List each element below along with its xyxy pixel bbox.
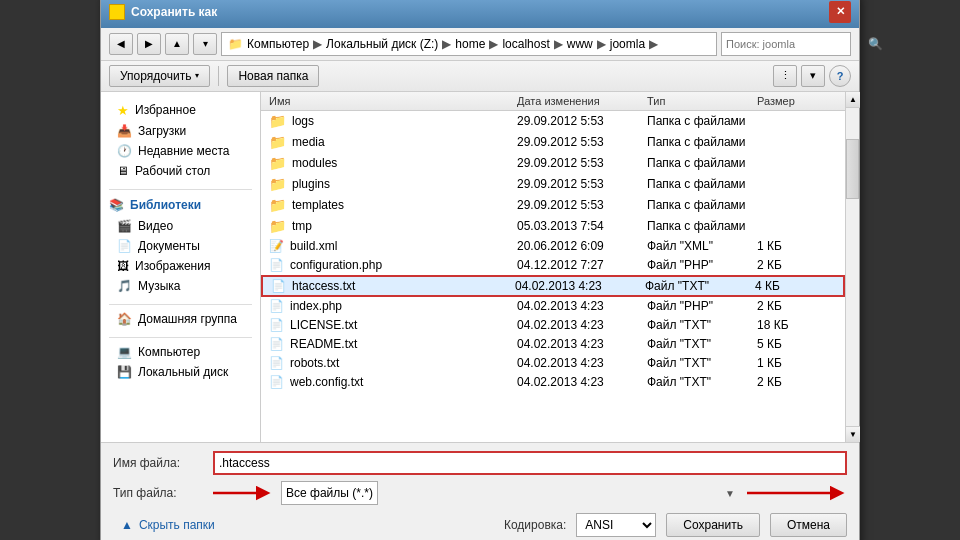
vertical-scrollbar[interactable]: ▲ ▼ xyxy=(845,92,859,442)
file-date: 04.02.2013 4:23 xyxy=(517,337,647,351)
file-type: Папка с файлами xyxy=(647,156,757,170)
sidebar-item-favorites[interactable]: ★ Избранное xyxy=(101,100,260,121)
file-name: logs xyxy=(292,114,314,128)
table-row[interactable]: 📄 LICENSE.txt 04.02.2013 4:23 Файл "TXT"… xyxy=(261,316,845,335)
organize-button[interactable]: Упорядочить ▾ xyxy=(109,65,210,87)
cancel-button[interactable]: Отмена xyxy=(770,513,847,537)
file-name: tmp xyxy=(292,219,312,233)
sidebar: ★ Избранное 📥 Загрузки 🕐 Недавние места … xyxy=(101,92,261,442)
save-button[interactable]: Сохранить xyxy=(666,513,760,537)
search-input[interactable] xyxy=(726,38,864,50)
file-date: 29.09.2012 5:53 xyxy=(517,177,647,191)
encoding-select[interactable]: ANSI UTF-8 UTF-16 xyxy=(576,513,656,537)
music-icon: 🎵 xyxy=(117,279,132,293)
breadcrumb-part-0: Компьютер xyxy=(247,37,309,51)
table-row[interactable]: 📁 templates 29.09.2012 5:53 Папка с файл… xyxy=(261,195,845,216)
filetype-label: Тип файла: xyxy=(113,486,213,500)
file-type: Файл "PHP" xyxy=(647,299,757,313)
sidebar-item-computer-label: Компьютер xyxy=(138,345,200,359)
table-row[interactable]: 📄 web.config.txt 04.02.2013 4:23 Файл "T… xyxy=(261,373,845,392)
table-row[interactable]: 📁 modules 29.09.2012 5:53 Папка с файлам… xyxy=(261,153,845,174)
file-date: 29.09.2012 5:53 xyxy=(517,198,647,212)
toolbar: Упорядочить ▾ Новая папка ⋮ ▾ ? xyxy=(101,61,859,92)
breadcrumb-part-2: home xyxy=(455,37,485,51)
desktop-icon: 🖥 xyxy=(117,164,129,178)
file-name-cell: 📁 logs xyxy=(269,113,517,129)
filetype-select[interactable]: Все файлы (*.*) xyxy=(281,481,378,505)
sidebar-item-video[interactable]: 🎬 Видео xyxy=(101,216,260,236)
table-row[interactable]: 📝 build.xml 20.06.2012 6:09 Файл "XML" 1… xyxy=(261,237,845,256)
up-button[interactable]: ▲ xyxy=(165,33,189,55)
breadcrumb[interactable]: 📁 Компьютер ▶ Локальный диск (Z:) ▶ home… xyxy=(221,32,717,56)
video-icon: 🎬 xyxy=(117,219,132,233)
sidebar-item-localdisk[interactable]: 💾 Локальный диск xyxy=(101,362,260,382)
bottom-section: Имя файла: Тип файла: xyxy=(101,442,859,541)
filetype-dropdown-arrow: ▼ xyxy=(725,487,735,498)
sidebar-divider-1 xyxy=(109,189,252,190)
col-header-type[interactable]: Тип xyxy=(647,95,757,107)
more-button[interactable]: ▾ xyxy=(801,65,825,87)
file-name-cell: 📄 README.txt xyxy=(269,337,517,351)
txt-file-icon: 📄 xyxy=(271,279,286,293)
sidebar-item-downloads[interactable]: 📥 Загрузки xyxy=(101,121,260,141)
col-header-size[interactable]: Размер xyxy=(757,95,837,107)
scroll-up-button[interactable]: ▲ xyxy=(846,92,860,108)
sidebar-item-desktop[interactable]: 🖥 Рабочий стол xyxy=(101,161,260,181)
sidebar-item-computer[interactable]: 💻 Компьютер xyxy=(101,342,260,362)
file-date: 05.03.2013 7:54 xyxy=(517,219,647,233)
table-row[interactable]: 📄 index.php 04.02.2013 4:23 Файл "PHP" 2… xyxy=(261,297,845,316)
scroll-track[interactable] xyxy=(846,108,859,426)
file-size: 1 КБ xyxy=(757,356,837,370)
sidebar-item-images[interactable]: 🖼 Изображения xyxy=(101,256,260,276)
table-row[interactable]: 📁 logs 29.09.2012 5:53 Папка с файлами xyxy=(261,111,845,132)
file-name: LICENSE.txt xyxy=(290,318,357,332)
sidebar-item-music[interactable]: 🎵 Музыка xyxy=(101,276,260,296)
file-name-cell: 📁 plugins xyxy=(269,176,517,192)
view-button[interactable]: ⋮ xyxy=(773,65,797,87)
recent-button[interactable]: ▾ xyxy=(193,33,217,55)
file-type: Файл "XML" xyxy=(647,239,757,253)
scroll-thumb[interactable] xyxy=(846,139,859,199)
file-size: 2 КБ xyxy=(757,299,837,313)
toolbar-separator xyxy=(218,66,219,86)
hide-folders-button[interactable]: ▲ Скрыть папки xyxy=(113,515,223,535)
scroll-down-button[interactable]: ▼ xyxy=(846,426,860,442)
libraries-icon: 📚 xyxy=(109,198,124,212)
folder-icon: 📁 xyxy=(269,113,286,129)
search-box[interactable]: 🔍 xyxy=(721,32,851,56)
breadcrumb-sep-3: ▶ xyxy=(554,37,563,51)
save-dialog: Сохранить как ✕ ◀ ▶ ▲ ▾ 📁 Компьютер ▶ Ло… xyxy=(100,0,860,540)
file-type: Файл "PHP" xyxy=(647,258,757,272)
table-row[interactable]: 📄 README.txt 04.02.2013 4:23 Файл "TXT" … xyxy=(261,335,845,354)
table-row[interactable]: 📁 tmp 05.03.2013 7:54 Папка с файлами xyxy=(261,216,845,237)
table-row[interactable]: 📁 media 29.09.2012 5:53 Папка с файлами xyxy=(261,132,845,153)
sidebar-item-homegroup[interactable]: 🏠 Домашняя группа xyxy=(101,309,260,329)
filetype-section: Тип файла: Все файлы (*.*) xyxy=(113,481,847,505)
bottom-right: Кодировка: ANSI UTF-8 UTF-16 Сохранить О… xyxy=(504,513,847,537)
sidebar-item-favorites-label: Избранное xyxy=(135,103,196,117)
sidebar-item-desktop-label: Рабочий стол xyxy=(135,164,210,178)
sidebar-section-libraries: 📚 Библиотеки 🎬 Видео 📄 Документы 🖼 Изобр… xyxy=(101,194,260,296)
table-row[interactable]: 📄 robots.txt 04.02.2013 4:23 Файл "TXT" … xyxy=(261,354,845,373)
sidebar-item-recent[interactable]: 🕐 Недавние места xyxy=(101,141,260,161)
back-button[interactable]: ◀ xyxy=(109,33,133,55)
right-arrow-annotation xyxy=(747,483,847,503)
dialog-icon xyxy=(109,4,125,20)
col-header-date[interactable]: Дата изменения xyxy=(517,95,647,107)
table-row[interactable]: 📄 configuration.php 04.12.2012 7:27 Файл… xyxy=(261,256,845,275)
hide-folders-icon: ▲ xyxy=(121,518,133,532)
file-date: 04.02.2013 4:23 xyxy=(517,318,647,332)
table-row[interactable]: 📁 plugins 29.09.2012 5:53 Папка с файлам… xyxy=(261,174,845,195)
col-header-name[interactable]: Имя xyxy=(269,95,517,107)
breadcrumb-sep-0: ▶ xyxy=(313,37,322,51)
help-button[interactable]: ? xyxy=(829,65,851,87)
downloads-icon: 📥 xyxy=(117,124,132,138)
new-folder-button[interactable]: Новая папка xyxy=(227,65,319,87)
table-row-htaccess[interactable]: 📄 htaccess.txt 04.02.2013 4:23 Файл "TXT… xyxy=(261,275,845,297)
folder-icon: 📁 xyxy=(269,155,286,171)
file-name: configuration.php xyxy=(290,258,382,272)
sidebar-item-documents[interactable]: 📄 Документы xyxy=(101,236,260,256)
forward-button[interactable]: ▶ xyxy=(137,33,161,55)
close-button[interactable]: ✕ xyxy=(829,1,851,23)
filename-input[interactable] xyxy=(213,451,847,475)
